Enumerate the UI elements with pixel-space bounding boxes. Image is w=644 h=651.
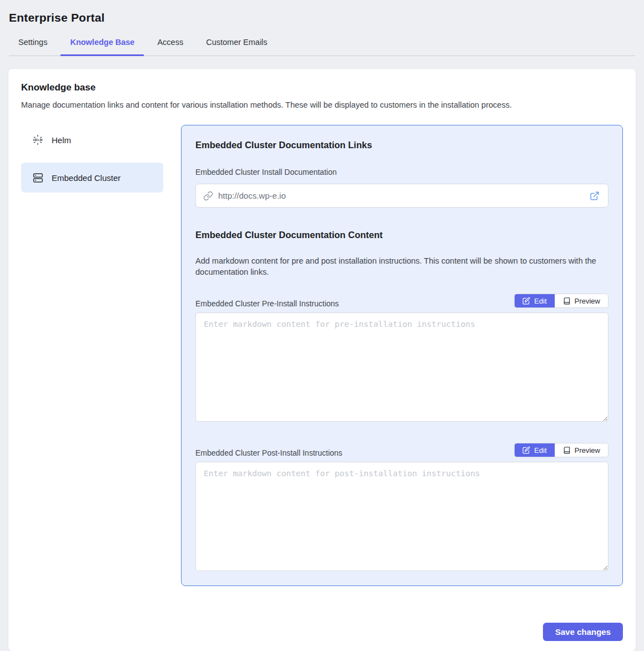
app-header: Enterprise Portal Settings Knowledge Bas… [0, 0, 644, 56]
edit-button-label: Edit [534, 297, 546, 305]
knowledge-base-card: Knowledge base Manage documentation link… [8, 68, 636, 651]
content-section-description: Add markdown content for pre and post in… [195, 255, 608, 277]
tab-settings[interactable]: Settings [9, 32, 57, 56]
install-method-nav: HELM Helm Embedded Cluster [21, 125, 163, 586]
pre-install-field-header: Embedded Cluster Pre-Install Instruction… [195, 294, 608, 308]
install-doc-url-input[interactable] [218, 191, 589, 200]
sidebar-item-label: Embedded Cluster [52, 173, 120, 183]
sidebar-item-embedded-cluster[interactable]: Embedded Cluster [21, 163, 163, 193]
link-icon [203, 191, 213, 201]
server-stack-icon [32, 171, 44, 184]
edit-button[interactable]: Edit [515, 443, 554, 457]
content-section-heading: Embedded Cluster Documentation Content [195, 230, 608, 240]
book-icon [563, 446, 571, 454]
section-description: Manage documentation links and content f… [21, 100, 623, 109]
open-link-button[interactable] [589, 190, 600, 201]
edit-icon [522, 446, 530, 454]
edit-icon [522, 297, 530, 305]
external-link-icon [590, 191, 600, 201]
tab-bar: Settings Knowledge Base Access Customer … [9, 32, 635, 56]
helm-icon: HELM [32, 134, 44, 146]
tab-customer-emails[interactable]: Customer Emails [197, 32, 276, 56]
post-install-mode-toggle: Edit Preview [514, 443, 608, 457]
install-doc-label: Embedded Cluster Install Documentation [195, 168, 608, 176]
preview-button[interactable]: Preview [555, 443, 608, 457]
sidebar-item-label: Helm [52, 135, 71, 145]
links-section-heading: Embedded Cluster Documentation Links [195, 140, 608, 150]
content-row: HELM Helm Embedded Cluster [21, 125, 623, 586]
edit-button-label: Edit [534, 446, 546, 455]
preview-button-label: Preview [575, 446, 600, 455]
tab-access[interactable]: Access [148, 32, 193, 56]
pre-install-mode-toggle: Edit Preview [514, 294, 608, 308]
page-root: Enterprise Portal Settings Knowledge Bas… [0, 0, 644, 651]
preview-button[interactable]: Preview [555, 294, 608, 307]
book-icon [563, 297, 571, 305]
pre-install-label: Embedded Cluster Pre-Install Instruction… [195, 299, 339, 308]
save-changes-button[interactable]: Save changes [543, 623, 623, 641]
pre-install-textarea[interactable] [195, 312, 608, 422]
post-install-textarea[interactable] [195, 462, 608, 571]
card-footer: Save changes [21, 623, 623, 641]
sidebar-item-helm[interactable]: HELM Helm [21, 125, 163, 155]
edit-button[interactable]: Edit [515, 294, 554, 307]
embedded-cluster-panel: Embedded Cluster Documentation Links Emb… [181, 125, 623, 586]
post-install-field-header: Embedded Cluster Post-Install Instructio… [195, 443, 608, 457]
page-title: Enterprise Portal [9, 11, 635, 24]
post-install-label: Embedded Cluster Post-Install Instructio… [195, 448, 343, 457]
install-doc-input-wrap [195, 184, 608, 208]
section-heading: Knowledge base [21, 82, 623, 93]
tab-knowledge-base[interactable]: Knowledge Base [61, 32, 144, 56]
svg-text:HELM: HELM [33, 138, 43, 142]
preview-button-label: Preview [575, 297, 600, 305]
